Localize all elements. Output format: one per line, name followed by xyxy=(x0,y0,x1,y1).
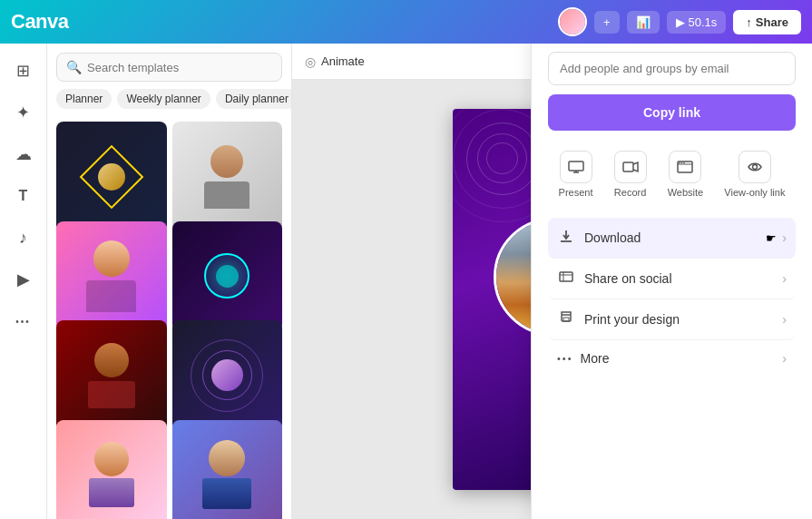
search-bar: 🔍 xyxy=(56,53,282,82)
tag-planner[interactable]: Planner xyxy=(56,89,112,109)
download-icon xyxy=(557,229,575,247)
avatar-image xyxy=(560,9,585,34)
template-grid xyxy=(47,116,291,519)
topbar: Canva + 📊 ▶ 50.1s ↑ Share xyxy=(0,0,812,44)
avatar[interactable] xyxy=(558,7,587,36)
animate-icon: ◎ xyxy=(305,54,316,69)
plus-icon: + xyxy=(603,15,611,29)
template-card[interactable] xyxy=(56,221,167,332)
topbar-right: + 📊 ▶ 50.1s ↑ Share xyxy=(558,7,801,36)
svg-point-6 xyxy=(680,162,681,164)
template-card[interactable] xyxy=(56,420,167,520)
template-card[interactable] xyxy=(172,420,283,520)
main-layout: ⊞ ✦ ☁ T ♪ ▶ ••• 🔍 Planner Weekly planner… xyxy=(0,44,812,519)
svg-rect-0 xyxy=(569,162,583,171)
svg-point-7 xyxy=(681,162,683,164)
download-menu-item[interactable]: Download ☛ › xyxy=(548,218,796,259)
share-option-website[interactable]: Website xyxy=(660,145,711,203)
template-tags: Planner Weekly planner Daily planner Cal… xyxy=(47,89,291,116)
copy-link-button[interactable]: Copy link xyxy=(548,94,796,131)
cursor-hand-icon: ☛ xyxy=(766,231,777,245)
view-only-label: View-only link xyxy=(724,187,785,198)
print-chevron-icon: › xyxy=(782,312,787,327)
more-label: More xyxy=(581,351,610,366)
download-label: Download xyxy=(584,230,641,245)
template-card[interactable] xyxy=(172,320,283,431)
share-social-menu-item[interactable]: Share on social › xyxy=(548,259,796,299)
print-label: Print your design xyxy=(584,312,680,327)
tag-daily-planner[interactable]: Daily planner xyxy=(216,89,291,109)
timer-display: 50.1s xyxy=(689,15,718,29)
share-option-present[interactable]: Present xyxy=(552,145,601,203)
share-option-record[interactable]: Record xyxy=(607,145,654,203)
play-icon: ▶ xyxy=(676,15,685,29)
present-label: Present xyxy=(559,187,593,198)
website-label: Website xyxy=(668,187,704,198)
svg-point-8 xyxy=(684,162,686,164)
share-button[interactable]: ↑ Share xyxy=(733,10,801,34)
template-card[interactable] xyxy=(56,122,167,232)
more-dots-icon: ••• xyxy=(557,353,573,364)
more-chevron-icon: › xyxy=(782,351,787,366)
download-chevron-icon: › xyxy=(782,230,787,245)
share-options-row: Present Record Website View-only link xyxy=(548,145,796,203)
share-social-label: Share on social xyxy=(584,271,672,286)
tag-weekly-planner[interactable]: Weekly planner xyxy=(117,89,210,109)
add-collaborator-button[interactable]: + xyxy=(594,11,620,34)
svg-rect-12 xyxy=(560,272,572,281)
share-option-view-only[interactable]: View-only link xyxy=(717,145,792,203)
chart-icon: 📊 xyxy=(636,15,651,29)
website-icon xyxy=(669,151,701,183)
sidebar-item-uploads[interactable]: ☁ xyxy=(5,136,42,172)
sidebar-icons: ⊞ ✦ ☁ T ♪ ▶ ••• xyxy=(0,44,47,519)
canva-logo: Canva xyxy=(11,10,69,34)
record-icon xyxy=(614,151,647,183)
share-social-icon xyxy=(557,269,575,288)
animate-label[interactable]: Animate xyxy=(321,54,365,68)
analytics-button[interactable]: 📊 xyxy=(627,11,660,34)
search-input[interactable] xyxy=(87,61,272,74)
topbar-left: Canva xyxy=(11,10,69,34)
sidebar-item-layout[interactable]: ⊞ xyxy=(5,53,42,89)
svg-rect-3 xyxy=(623,162,633,171)
sidebar-item-text[interactable]: T xyxy=(5,178,42,214)
download-left: Download xyxy=(557,229,641,247)
share-icon: ↑ xyxy=(746,15,752,29)
present-icon xyxy=(560,151,592,183)
print-menu-item[interactable]: Print your design › xyxy=(548,299,796,340)
sidebar-item-audio[interactable]: ♪ xyxy=(5,220,42,256)
record-label: Record xyxy=(614,187,646,198)
email-input[interactable] xyxy=(548,52,796,85)
share-panel: Share this design Copy link Present Reco… xyxy=(531,0,812,519)
search-icon: 🔍 xyxy=(66,60,82,74)
play-button[interactable]: ▶ 50.1s xyxy=(667,11,727,34)
more-menu-item[interactable]: ••• More › xyxy=(548,340,796,377)
template-card[interactable] xyxy=(56,320,167,431)
template-card[interactable] xyxy=(172,221,283,332)
view-only-icon xyxy=(739,151,771,183)
svg-point-9 xyxy=(752,165,757,170)
print-left: Print your design xyxy=(557,310,680,328)
sidebar-item-elements[interactable]: ✦ xyxy=(5,94,42,131)
sidebar-item-more[interactable]: ••• xyxy=(5,303,42,339)
template-card[interactable] xyxy=(172,122,283,232)
share-social-left: Share on social xyxy=(557,269,672,288)
sidebar-item-video[interactable]: ▶ xyxy=(5,261,42,298)
print-icon xyxy=(557,310,575,328)
left-panel: 🔍 Planner Weekly planner Daily planner C… xyxy=(47,44,292,519)
share-social-chevron-icon: › xyxy=(782,271,787,286)
